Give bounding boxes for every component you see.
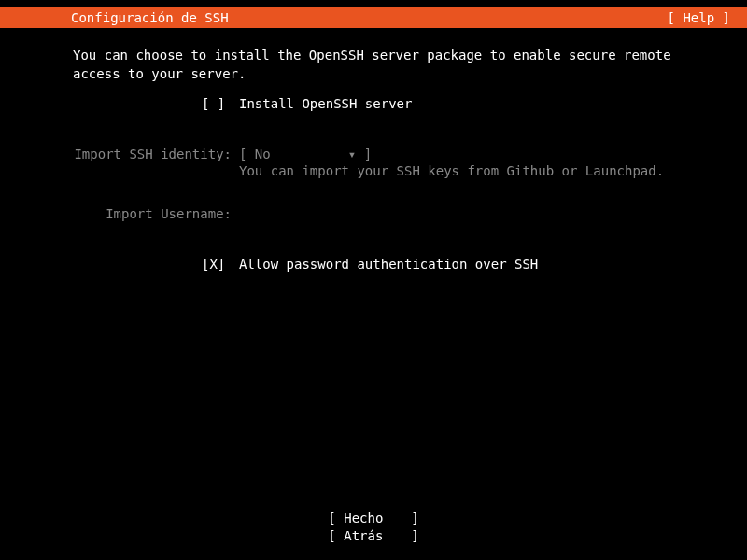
header-bar: Configuración de SSH [ Help ] (0, 7, 747, 28)
page-title: Configuración de SSH (11, 10, 229, 25)
import-identity-field: [ No▾ ] You can import your SSH keys fro… (239, 147, 674, 178)
import-identity-value: No (255, 147, 348, 161)
allow-password-checkbox[interactable]: [X] (202, 257, 239, 272)
allow-password-row[interactable]: [X] Allow password authentication over S… (73, 257, 674, 272)
footer-buttons: [ Hecho] [ Atrás] (0, 510, 747, 545)
done-button[interactable]: [ Hecho] (0, 510, 747, 527)
import-identity-row: Import SSH identity: [ No▾ ] You can imp… (73, 147, 674, 178)
help-button[interactable]: [ Help ] (668, 10, 736, 25)
install-openssh-label: Install OpenSSH server (239, 96, 412, 111)
main-content: You can choose to install the OpenSSH se… (0, 28, 747, 272)
intro-text: You can choose to install the OpenSSH se… (73, 47, 674, 83)
install-openssh-checkbox[interactable]: [ ] (202, 96, 239, 111)
allow-password-label: Allow password authentication over SSH (239, 257, 538, 272)
back-button[interactable]: [ Atrás] (0, 527, 747, 545)
import-identity-hint: You can import your SSH keys from Github… (239, 163, 674, 178)
import-username-label: Import Username: (73, 206, 239, 221)
import-identity-label: Import SSH identity: (73, 147, 239, 161)
install-openssh-row[interactable]: [ ] Install OpenSSH server (73, 96, 674, 111)
import-identity-dropdown[interactable]: [ No▾ ] (239, 147, 372, 161)
import-username-row: Import Username: (73, 206, 674, 221)
